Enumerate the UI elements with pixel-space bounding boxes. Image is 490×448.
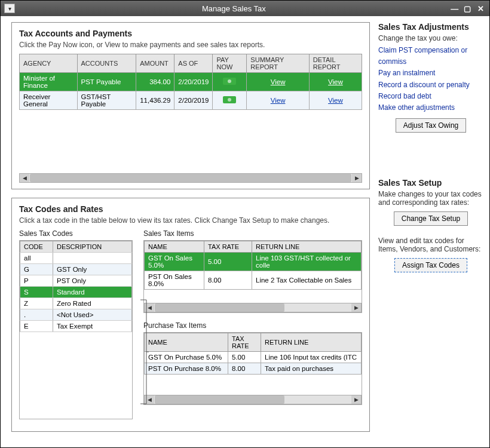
list-item[interactable]: .<Not Used> (20, 309, 132, 321)
scroll-thumb[interactable] (155, 395, 284, 404)
sales-items-label: Sales Tax Items (143, 229, 362, 238)
list-item[interactable]: PST On Purchase 8.0% 8.00 Tax paid on pu… (145, 363, 362, 375)
col-description[interactable]: DESCRIPTION (53, 241, 132, 253)
cell-agency: Minister of Finance (20, 73, 78, 91)
paynow-icon[interactable] (223, 96, 236, 103)
adjust-tax-owing-button[interactable]: Adjust Tax Owing (396, 118, 467, 133)
sales-items-box: NAME TAX RATE RETURN LINE GST On Sales 5… (143, 240, 362, 313)
setup-heading: Sales Tax Setup (378, 178, 483, 188)
change-tax-setup-button[interactable]: Change Tax Setup (394, 211, 468, 226)
window-title: Manage Sales Tax (19, 4, 449, 13)
maximize-icon[interactable]: ▢ (462, 4, 473, 13)
horizontal-scrollbar[interactable]: ◀ ▶ (144, 303, 362, 312)
tax-codes-panel: Tax Codes and Rates Click a tax code in … (11, 198, 370, 432)
cell-amount: 11,436.29 (136, 91, 174, 110)
scroll-left-icon[interactable]: ◀ (145, 303, 154, 312)
cell-asof: 2/20/2019 (174, 91, 213, 110)
paynow-icon[interactable] (223, 78, 236, 85)
tax-codes-listbox: CODE DESCRIPTION all GGST Only PPST Only… (19, 240, 133, 419)
scroll-thumb[interactable] (155, 303, 284, 312)
col-accounts[interactable]: ACCOUNTS (77, 54, 136, 73)
list-item[interactable]: all (20, 253, 132, 264)
accounts-subtitle: Click the Pay Now icon, or View to make … (19, 41, 362, 49)
col-paynow[interactable]: PAY NOW (213, 54, 247, 73)
col-return[interactable]: RETURN LINE (252, 241, 362, 253)
adjustments-note: Change the tax you owe: (378, 34, 483, 42)
col-name[interactable]: NAME (145, 241, 204, 253)
table-row[interactable]: Minister of Finance PST Payable 384.00 2… (20, 73, 362, 91)
scroll-left-icon[interactable]: ◀ (145, 395, 154, 404)
accounts-heading: Tax Accounts and Payments (19, 29, 362, 38)
col-rate[interactable]: TAX RATE (228, 333, 261, 352)
col-return[interactable]: RETURN LINE (261, 333, 362, 352)
col-agency[interactable]: AGENCY (20, 54, 78, 73)
list-item[interactable]: GGST Only (20, 264, 132, 275)
cell-account: GST/HST Payable (77, 91, 136, 110)
list-item[interactable]: GST On Sales 5.0% 5.00 Line 103 GST/HST … (145, 253, 362, 271)
purchase-items-box: NAME TAX RATE RETURN LINE GST On Purchas… (143, 332, 362, 405)
summary-view-link[interactable]: View (271, 78, 286, 85)
codes-subtitle: Click a tax code in the table below to v… (19, 216, 362, 225)
codes-heading: Tax Codes and Rates (19, 204, 362, 214)
col-name[interactable]: NAME (145, 333, 228, 352)
col-code[interactable]: CODE (20, 241, 53, 253)
table-row[interactable]: Receiver General GST/HST Payable 11,436.… (20, 91, 362, 110)
scroll-track[interactable] (30, 174, 351, 182)
scroll-right-icon[interactable]: ▶ (351, 395, 361, 404)
list-item[interactable]: SStandard (20, 287, 132, 298)
setup-note: Make changes to your tax codes and corre… (378, 190, 483, 207)
minimize-icon[interactable]: — (449, 4, 460, 13)
link-claim-pst[interactable]: Claim PST compensation or commiss (378, 45, 483, 67)
list-item[interactable]: PPST Only (20, 275, 132, 287)
detail-view-link[interactable]: View (328, 97, 343, 104)
accounts-table: AGENCY ACCOUNTS AMOUNT AS OF PAY NOW SUM… (19, 54, 362, 110)
col-asof[interactable]: AS OF (174, 54, 213, 73)
titlebar: ▾ Manage Sales Tax — ▢ ✕ (1, 1, 489, 16)
list-item[interactable]: ZZero Rated (20, 298, 132, 309)
col-rate[interactable]: TAX RATE (204, 241, 252, 253)
horizontal-scrollbar[interactable]: ◀ ▶ (144, 395, 362, 404)
list-item[interactable]: PST On Sales 8.0% 8.00 Line 2 Tax Collec… (145, 271, 362, 290)
cell-account: PST Payable (77, 73, 136, 91)
list-item[interactable]: GST On Purchase 5.0% 5.00 Line 106 Input… (145, 352, 362, 363)
purchase-items-label: Purchase Tax Items (143, 321, 362, 330)
sales-tax-setup-section: Sales Tax Setup Make changes to your tax… (378, 178, 483, 272)
link-record-discount[interactable]: Record a discount or penalty (378, 79, 483, 91)
scroll-right-icon[interactable]: ▶ (352, 174, 362, 182)
col-summary[interactable]: SUMMARY REPORT (247, 54, 309, 73)
cell-agency: Receiver General (20, 91, 78, 110)
sales-tax-adjustments-section: Sales Tax Adjustments Change the tax you… (378, 22, 483, 133)
setup-note-2: View and edit tax codes for Items, Vendo… (378, 237, 483, 253)
cell-amount: 384.00 (136, 73, 174, 91)
window-menu-icon[interactable]: ▾ (4, 4, 15, 13)
scroll-left-icon[interactable]: ◀ (20, 174, 29, 182)
list-item[interactable]: ETax Exempt (20, 321, 132, 332)
link-record-bad-debt[interactable]: Record bad debt (378, 91, 483, 102)
adjustments-heading: Sales Tax Adjustments (378, 22, 483, 32)
col-amount[interactable]: AMOUNT (136, 54, 174, 73)
window-frame: ▾ Manage Sales Tax — ▢ ✕ Tax Accounts an… (0, 0, 490, 448)
horizontal-scrollbar[interactable]: ◀ ▶ (19, 173, 362, 183)
assign-tax-codes-button[interactable]: Assign Tax Codes (394, 258, 467, 272)
summary-view-link[interactable]: View (271, 97, 286, 104)
codes-label: Sales Tax Codes (19, 229, 133, 238)
detail-view-link[interactable]: View (328, 78, 343, 85)
col-detail[interactable]: DETAIL REPORT (309, 54, 362, 73)
link-pay-instalment[interactable]: Pay an instalment (378, 67, 483, 79)
close-icon[interactable]: ✕ (475, 4, 486, 13)
cell-asof: 2/20/2019 (174, 73, 213, 91)
scroll-right-icon[interactable]: ▶ (351, 303, 361, 312)
tax-accounts-panel: Tax Accounts and Payments Click the Pay … (11, 22, 370, 189)
link-other-adjustments[interactable]: Make other adjustments (378, 102, 483, 113)
